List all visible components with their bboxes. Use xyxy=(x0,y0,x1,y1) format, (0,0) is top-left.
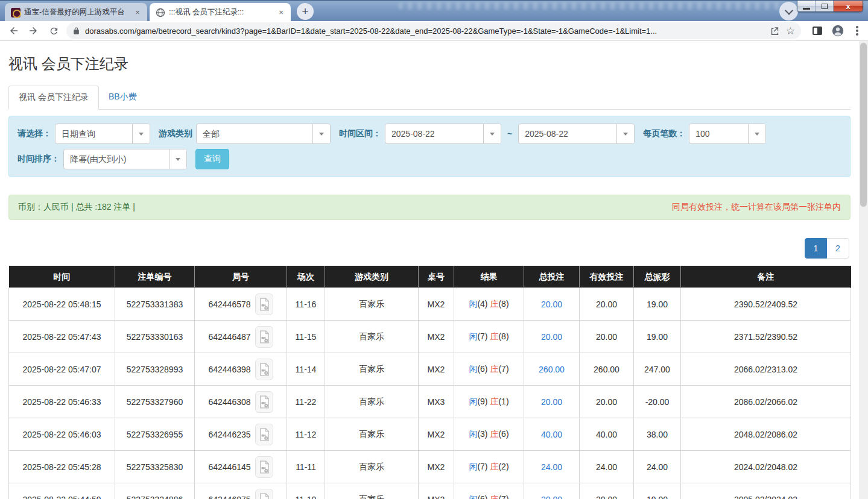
total-bet-cell[interactable]: 20.00 xyxy=(524,288,580,321)
result-cell: 闲(4) 庄(8) xyxy=(454,288,524,321)
time-cell: 2025-08-22 05:47:43 xyxy=(9,321,115,353)
round-cell: 642446235 xyxy=(195,418,287,451)
date-end-select[interactable]: 2025-08-22 xyxy=(518,124,635,144)
dropdown-arrow-icon[interactable] xyxy=(312,124,330,143)
header-valid-bet: 有效投注 xyxy=(580,266,634,288)
total-bet-cell[interactable]: 20.00 xyxy=(524,321,580,353)
bet-id-cell: 522753325830 xyxy=(115,451,195,483)
tab-close-icon[interactable]: × xyxy=(276,8,286,17)
header-payout: 总派彩 xyxy=(634,266,681,288)
note-cell: 2086.02/2066.02 xyxy=(681,386,851,418)
video-replay-button[interactable] xyxy=(255,326,273,348)
game-type-select[interactable]: 全部 xyxy=(196,124,331,144)
header-table-no: 桌号 xyxy=(419,266,454,288)
dropdown-arrow-icon[interactable] xyxy=(132,124,150,143)
reload-button[interactable] xyxy=(46,23,62,39)
tab-search-button[interactable] xyxy=(779,2,798,20)
browser-toolbar: dorasabs.com/game/betrecord_search/kind3… xyxy=(0,21,868,41)
tab-bet-records[interactable]: 视讯 会员下注纪录 xyxy=(8,86,99,110)
total-bet-cell[interactable]: 24.00 xyxy=(524,451,580,483)
profile-button[interactable] xyxy=(830,23,846,39)
titlebar: 通宝-信誉最好的网上游戏平台 × :::视讯 会员下注纪录::: × + x xyxy=(0,0,868,21)
date-start-select[interactable]: 2025-08-22 xyxy=(385,124,501,144)
video-replay-button[interactable] xyxy=(255,489,273,499)
table-no-cell: MX2 xyxy=(419,418,454,451)
table-header-row: 时间 注单编号 局号 场次 游戏类别 桌号 结果 总投注 有效投注 总派彩 备注 xyxy=(9,266,851,288)
table-row: 2025-08-22 05:46:33 522753327960 6424463… xyxy=(9,386,851,418)
total-bet-cell[interactable]: 20.00 xyxy=(524,386,580,418)
dropdown-arrow-icon[interactable] xyxy=(169,149,186,169)
result-cell: 闲(7) 庄(8) xyxy=(454,321,524,353)
table-row: 2025-08-22 05:48:15 522753331383 6424465… xyxy=(9,288,851,321)
valid-bet-cell: 20.00 xyxy=(580,321,634,353)
sort-label: 时间排序： xyxy=(17,154,60,165)
browser-tab-2[interactable]: :::视讯 会员下注纪录::: × xyxy=(150,3,291,22)
payout-cell: 19.00 xyxy=(634,288,681,321)
video-replay-button[interactable] xyxy=(255,359,273,380)
valid-bet-cell: 20.00 xyxy=(580,386,634,418)
game-cell: 百家乐 xyxy=(325,353,419,386)
time-cell: 2025-08-22 05:46:03 xyxy=(9,418,115,451)
tab-bb-tips[interactable]: BB小费 xyxy=(99,86,147,110)
result-cell: 闲(6) 庄(7) xyxy=(454,483,524,499)
side-panel-button[interactable] xyxy=(809,23,825,39)
dropdown-arrow-icon[interactable] xyxy=(483,124,501,143)
address-bar[interactable]: dorasabs.com/game/betrecord_search/kind3… xyxy=(66,22,801,39)
payout-cell: -20.00 xyxy=(634,386,681,418)
session-cell: 11-22 xyxy=(287,386,325,418)
new-tab-button[interactable]: + xyxy=(297,3,314,20)
round-cell: 642446487 xyxy=(195,321,287,353)
total-bet-cell[interactable]: 20.00 xyxy=(524,483,580,499)
note-cell: 2066.02/2313.02 xyxy=(681,353,851,386)
bet-id-cell: 522753324886 xyxy=(115,483,195,499)
table-row: 2025-08-22 05:47:07 522753328993 6424463… xyxy=(9,353,851,386)
table-row: 2025-08-22 05:45:28 522753325830 6424461… xyxy=(9,451,851,483)
tab-close-icon[interactable]: × xyxy=(133,8,142,17)
date-separator: ~ xyxy=(507,129,512,139)
total-bet-cell[interactable]: 260.00 xyxy=(524,353,580,386)
video-replay-button[interactable] xyxy=(255,424,273,445)
dropdown-arrow-icon[interactable] xyxy=(748,124,765,143)
table-no-cell: MX2 xyxy=(419,353,454,386)
vertical-scrollbar[interactable] xyxy=(859,41,868,499)
game-cell: 百家乐 xyxy=(325,321,419,353)
video-replay-button[interactable] xyxy=(255,391,273,413)
valid-bet-cell: 40.00 xyxy=(580,418,634,451)
search-button[interactable]: 查询 xyxy=(195,149,229,169)
aero-glass-reflection xyxy=(398,2,784,10)
payout-cell: 19.00 xyxy=(634,321,681,353)
total-bet-cell[interactable]: 40.00 xyxy=(524,418,580,451)
note-cell: 19.00 xyxy=(634,483,681,499)
back-button[interactable] xyxy=(6,23,22,39)
bookmark-star-icon[interactable]: ☆ xyxy=(786,25,795,37)
menu-button[interactable] xyxy=(849,23,865,39)
table-no-cell: MX2 xyxy=(419,321,454,353)
sort-select[interactable]: 降幂(由大到小) xyxy=(63,149,187,169)
dropdown-arrow-icon[interactable] xyxy=(616,124,634,143)
game-cell: 百家乐 xyxy=(325,418,419,451)
maximize-button[interactable] xyxy=(816,1,834,12)
minimize-button[interactable] xyxy=(797,1,816,12)
payout-cell: 247.00 xyxy=(634,353,681,386)
maximize-icon xyxy=(822,4,828,9)
header-bet-id: 注单编号 xyxy=(115,266,195,288)
page-button-1[interactable]: 1 xyxy=(805,238,827,259)
page-button-2[interactable]: 2 xyxy=(827,238,849,259)
header-result: 结果 xyxy=(454,266,524,288)
query-type-select[interactable]: 日期查询 xyxy=(55,124,150,144)
close-window-button[interactable]: x xyxy=(834,1,863,12)
table-no-cell: MX2 xyxy=(419,451,454,483)
scrollbar-thumb[interactable] xyxy=(860,43,867,207)
valid-bet-cell: 20.00 xyxy=(580,483,634,499)
time-cell: 2025-08-22 05:48:15 xyxy=(9,288,115,321)
three-dots-icon xyxy=(856,26,858,36)
browser-tab-1[interactable]: 通宝-信誉最好的网上游戏平台 × xyxy=(5,3,147,22)
forward-button[interactable] xyxy=(25,23,41,39)
tongbao-favicon-icon xyxy=(11,8,21,17)
page-size-select[interactable]: 100 xyxy=(689,124,766,144)
share-icon[interactable] xyxy=(770,26,780,36)
video-replay-button[interactable] xyxy=(255,456,273,478)
url-text[interactable]: dorasabs.com/game/betrecord_search/kind3… xyxy=(85,27,765,36)
page-tab-bar: 视讯 会员下注纪录 BB小费 xyxy=(8,86,851,110)
video-replay-button[interactable] xyxy=(255,293,273,315)
